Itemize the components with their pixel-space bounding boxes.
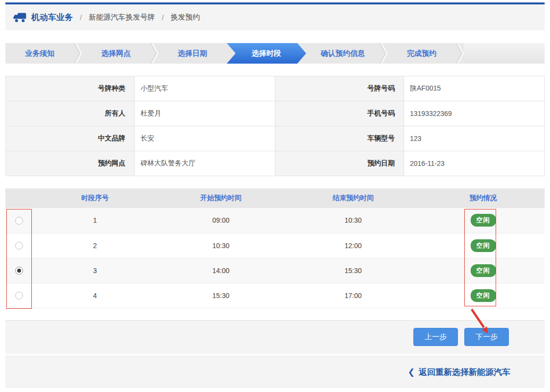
step-label: 选择时段: [252, 49, 281, 58]
breadcrumb-item-vehicle-services[interactable]: 机动车业务: [31, 12, 73, 23]
step-complete[interactable]: 完成预约: [387, 43, 456, 64]
back-chevron-icon: ❮: [408, 367, 415, 377]
radio-column-header: [5, 188, 33, 208]
timeslot-row: 2 10:30 12:00 空闲: [5, 233, 545, 258]
brand-value: 长安: [135, 126, 275, 151]
branch-label: 预约网点: [6, 151, 135, 176]
timeslot-row: 3 14:00 15:30 空闲: [5, 258, 545, 283]
slot-start-time: 15:30: [157, 283, 285, 308]
step-label: 业务须知: [25, 49, 54, 58]
plate-type-value: 小型汽车: [135, 76, 275, 101]
next-step-button[interactable]: 下一步: [464, 328, 509, 346]
slot-seq: 4: [33, 283, 157, 308]
timeslot-header-row: 时段序号 开始预约时间 结束预约时间 预约情况: [5, 188, 545, 208]
back-to-vehicle-select-link[interactable]: ❮返回重新选择新能源汽车: [408, 367, 510, 378]
phone-label: 手机号码: [275, 101, 404, 126]
step-label: 完成预约: [407, 49, 436, 58]
info-row: 预约网点 碑林大队警务大厅 预约日期 2016-11-23: [6, 151, 545, 176]
date-label: 预约日期: [275, 151, 404, 176]
brand-label: 中文品牌: [6, 126, 135, 151]
step-progress-bar: 业务须知 选择网点 选择日期 选择时段 确认预约信息 完成预约: [5, 43, 545, 64]
step-business-notice[interactable]: 业务须知: [5, 43, 74, 64]
step-select-timeslot-active[interactable]: 选择时段: [227, 43, 306, 64]
slot-end-time: 12:00: [285, 233, 422, 258]
chevron-separator-icon: [380, 43, 387, 64]
breadcrumb-separator: /: [160, 13, 166, 22]
breadcrumb-item-replacement-appointment[interactable]: 换发预约: [170, 13, 200, 22]
step-label: 选择日期: [178, 49, 207, 58]
timeslot-radio-3[interactable]: [15, 267, 23, 275]
slot-end-header: 结束预约时间: [285, 188, 422, 208]
slot-seq: 3: [33, 258, 157, 283]
slot-seq: 2: [33, 233, 157, 258]
status-badge: 空闲: [471, 264, 496, 277]
truck-icon: [13, 12, 26, 23]
slot-start-time: 09:00: [157, 208, 285, 233]
info-row: 所有人 杜爱月 手机号码 13193322369: [6, 101, 545, 126]
prev-step-button[interactable]: 上一步: [413, 328, 458, 346]
page: 机动车业务 / 新能源汽车换发号牌 / 换发预约 业务须知 选择网点 选择日期 …: [0, 2, 550, 388]
step-select-date[interactable]: 选择日期: [158, 43, 227, 64]
slot-end-time: 10:30: [285, 208, 422, 233]
timeslot-row: 1 09:00 10:30 空闲: [5, 208, 545, 233]
slot-end-time: 15:30: [285, 258, 422, 283]
slot-end-time: 17:00: [285, 283, 422, 308]
step-label: 确认预约信息: [321, 49, 365, 58]
model-value: 123: [404, 126, 545, 151]
model-label: 车辆型号: [275, 126, 404, 151]
timeslot-row: 4 15:30 17:00 空闲: [5, 283, 545, 308]
timeslot-radio-4[interactable]: [15, 292, 23, 300]
slot-seq: 1: [33, 208, 157, 233]
chevron-separator-icon: [150, 43, 158, 64]
timeslot-radio-2[interactable]: [15, 242, 23, 250]
back-link-label: 返回重新选择新能源汽车: [419, 367, 510, 378]
timeslot-table: 时段序号 开始预约时间 结束预约时间 预约情况 1 09:00 10:30 空闲…: [5, 188, 545, 308]
slot-start-time: 14:00: [157, 258, 285, 283]
chevron-separator-icon: [456, 43, 464, 64]
info-row: 号牌种类 小型汽车 号牌号码 陕AF0015: [6, 76, 545, 101]
step-confirm-info[interactable]: 确认预约信息: [306, 43, 380, 64]
action-button-bar: 上一步 下一步: [5, 320, 545, 354]
status-badge: 空闲: [471, 214, 496, 227]
plate-type-label: 号牌种类: [6, 76, 135, 101]
status-badge: 空闲: [471, 289, 496, 302]
slot-start-time: 10:30: [157, 233, 285, 258]
info-row: 中文品牌 长安 车辆型号 123: [6, 126, 545, 151]
plate-number-value: 陕AF0015: [404, 76, 545, 101]
owner-value: 杜爱月: [135, 101, 275, 126]
step-label: 选择网点: [101, 49, 131, 58]
date-value: 2016-11-23: [404, 151, 545, 176]
status-badge: 空闲: [471, 239, 496, 252]
breadcrumb-item-plate-replacement[interactable]: 新能源汽车换发号牌: [89, 13, 155, 22]
timeslot-radio-1[interactable]: [15, 217, 23, 225]
slot-start-header: 开始预约时间: [157, 188, 285, 208]
appointment-info-table: 号牌种类 小型汽车 号牌号码 陕AF0015 所有人 杜爱月 手机号码 1319…: [5, 76, 545, 176]
phone-value: 13193322369: [404, 101, 545, 126]
breadcrumb: 机动车业务 / 新能源汽车换发号牌 / 换发预约: [5, 4, 545, 30]
slot-status-header: 预约情况: [422, 188, 545, 208]
plate-number-label: 号牌号码: [275, 76, 404, 101]
footer-link-bar: ❮返回重新选择新能源汽车: [5, 356, 545, 388]
breadcrumb-separator: /: [78, 13, 84, 22]
branch-value: 碑林大队警务大厅: [135, 151, 275, 176]
steps-tail: [464, 43, 545, 64]
step-select-branch[interactable]: 选择网点: [82, 43, 150, 64]
slot-seq-header: 时段序号: [33, 188, 157, 208]
owner-label: 所有人: [6, 101, 135, 126]
chevron-separator-icon: [74, 43, 82, 64]
